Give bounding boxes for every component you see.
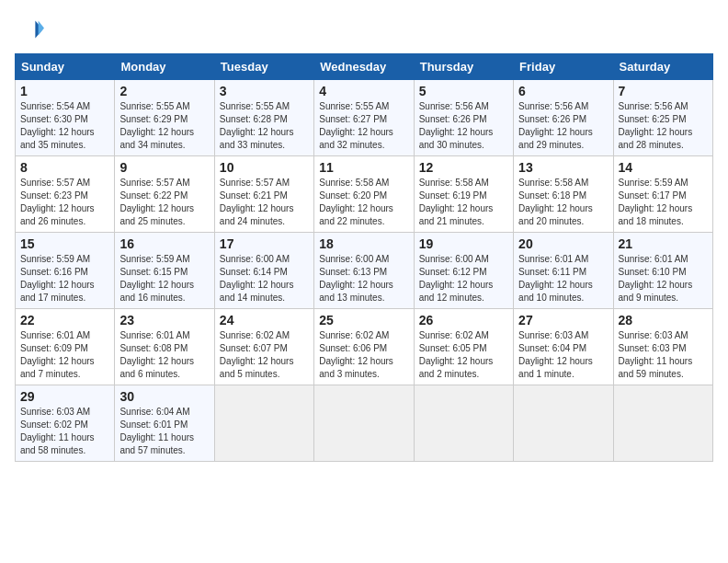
day-info: Sunrise: 5:59 AM Sunset: 6:17 PM Dayligh… xyxy=(619,177,708,228)
day-info: Sunrise: 5:57 AM Sunset: 6:23 PM Dayligh… xyxy=(20,177,109,228)
table-row: 29Sunrise: 6:03 AM Sunset: 6:02 PM Dayli… xyxy=(16,385,115,462)
day-number: 10 xyxy=(220,160,309,175)
day-info: Sunrise: 5:58 AM Sunset: 6:18 PM Dayligh… xyxy=(518,177,608,228)
table-row: 26Sunrise: 6:02 AM Sunset: 6:05 PM Dayli… xyxy=(414,309,513,385)
day-number: 12 xyxy=(419,160,508,175)
day-number: 14 xyxy=(619,160,708,175)
header xyxy=(15,15,713,44)
week-row-0: 1Sunrise: 5:54 AM Sunset: 6:30 PM Daylig… xyxy=(16,80,713,156)
table-row: 6Sunrise: 5:56 AM Sunset: 6:26 PM Daylig… xyxy=(514,80,613,156)
day-number: 16 xyxy=(119,236,209,251)
table-row: 21Sunrise: 6:01 AM Sunset: 6:10 PM Dayli… xyxy=(613,233,712,309)
day-info: Sunrise: 6:01 AM Sunset: 6:08 PM Dayligh… xyxy=(119,329,209,381)
day-info: Sunrise: 6:01 AM Sunset: 6:11 PM Dayligh… xyxy=(518,253,608,304)
day-number: 17 xyxy=(220,236,309,251)
table-row: 14Sunrise: 5:59 AM Sunset: 6:17 PM Dayli… xyxy=(613,156,712,233)
day-number: 2 xyxy=(119,84,209,98)
day-number: 26 xyxy=(419,313,508,327)
table-row: 3Sunrise: 5:55 AM Sunset: 6:28 PM Daylig… xyxy=(214,80,313,156)
table-row: 17Sunrise: 6:00 AM Sunset: 6:14 PM Dayli… xyxy=(214,233,313,309)
logo xyxy=(15,15,48,44)
table-row: 25Sunrise: 6:02 AM Sunset: 6:06 PM Dayli… xyxy=(314,309,414,385)
table-row xyxy=(214,385,313,462)
day-info: Sunrise: 6:03 AM Sunset: 6:03 PM Dayligh… xyxy=(619,329,708,381)
table-row: 11Sunrise: 5:58 AM Sunset: 6:20 PM Dayli… xyxy=(314,156,414,233)
day-number: 7 xyxy=(619,84,708,98)
col-saturday: Saturday xyxy=(613,54,712,80)
table-row: 5Sunrise: 5:56 AM Sunset: 6:26 PM Daylig… xyxy=(414,80,513,156)
day-info: Sunrise: 5:57 AM Sunset: 6:22 PM Dayligh… xyxy=(119,177,209,228)
table-row: 24Sunrise: 6:02 AM Sunset: 6:07 PM Dayli… xyxy=(214,309,313,385)
day-number: 1 xyxy=(20,84,109,98)
day-info: Sunrise: 6:02 AM Sunset: 6:05 PM Dayligh… xyxy=(419,329,508,381)
logo-icon xyxy=(15,15,44,44)
week-row-3: 22Sunrise: 6:01 AM Sunset: 6:09 PM Dayli… xyxy=(16,309,713,385)
table-row: 22Sunrise: 6:01 AM Sunset: 6:09 PM Dayli… xyxy=(16,309,115,385)
day-number: 6 xyxy=(518,84,608,98)
day-info: Sunrise: 5:54 AM Sunset: 6:30 PM Dayligh… xyxy=(20,100,109,152)
day-number: 19 xyxy=(419,236,508,251)
day-number: 5 xyxy=(419,84,508,98)
day-number: 4 xyxy=(319,84,408,98)
day-info: Sunrise: 6:04 AM Sunset: 6:01 PM Dayligh… xyxy=(119,406,209,457)
day-info: Sunrise: 6:03 AM Sunset: 6:04 PM Dayligh… xyxy=(518,329,608,381)
table-row: 7Sunrise: 5:56 AM Sunset: 6:25 PM Daylig… xyxy=(613,80,712,156)
day-number: 9 xyxy=(119,160,209,175)
col-monday: Monday xyxy=(115,54,214,80)
day-info: Sunrise: 6:02 AM Sunset: 6:07 PM Dayligh… xyxy=(220,329,309,381)
day-number: 24 xyxy=(220,313,309,327)
table-row: 19Sunrise: 6:00 AM Sunset: 6:12 PM Dayli… xyxy=(414,233,513,309)
day-info: Sunrise: 6:03 AM Sunset: 6:02 PM Dayligh… xyxy=(20,406,109,457)
day-info: Sunrise: 5:59 AM Sunset: 6:16 PM Dayligh… xyxy=(20,253,109,304)
calendar-table: Sunday Monday Tuesday Wednesday Thursday… xyxy=(15,53,713,462)
day-info: Sunrise: 5:55 AM Sunset: 6:27 PM Dayligh… xyxy=(319,100,408,152)
table-row: 9Sunrise: 5:57 AM Sunset: 6:22 PM Daylig… xyxy=(115,156,214,233)
header-row: Sunday Monday Tuesday Wednesday Thursday… xyxy=(16,54,713,80)
table-row: 15Sunrise: 5:59 AM Sunset: 6:16 PM Dayli… xyxy=(16,233,115,309)
table-row: 2Sunrise: 5:55 AM Sunset: 6:29 PM Daylig… xyxy=(115,80,214,156)
table-row: 1Sunrise: 5:54 AM Sunset: 6:30 PM Daylig… xyxy=(16,80,115,156)
day-info: Sunrise: 6:01 AM Sunset: 6:09 PM Dayligh… xyxy=(20,329,109,381)
day-number: 15 xyxy=(20,236,109,251)
day-info: Sunrise: 6:02 AM Sunset: 6:06 PM Dayligh… xyxy=(319,329,408,381)
day-number: 20 xyxy=(518,236,608,251)
table-row: 23Sunrise: 6:01 AM Sunset: 6:08 PM Dayli… xyxy=(115,309,214,385)
day-info: Sunrise: 5:56 AM Sunset: 6:26 PM Dayligh… xyxy=(419,100,508,152)
table-row: 30Sunrise: 6:04 AM Sunset: 6:01 PM Dayli… xyxy=(115,385,214,462)
table-row xyxy=(314,385,414,462)
table-row xyxy=(514,385,613,462)
col-thursday: Thursday xyxy=(414,54,513,80)
day-number: 8 xyxy=(20,160,109,175)
day-number: 28 xyxy=(619,313,708,327)
svg-marker-1 xyxy=(39,20,44,35)
day-info: Sunrise: 6:00 AM Sunset: 6:13 PM Dayligh… xyxy=(319,253,408,304)
week-row-1: 8Sunrise: 5:57 AM Sunset: 6:23 PM Daylig… xyxy=(16,156,713,233)
table-row: 4Sunrise: 5:55 AM Sunset: 6:27 PM Daylig… xyxy=(314,80,414,156)
table-row xyxy=(414,385,513,462)
table-row: 27Sunrise: 6:03 AM Sunset: 6:04 PM Dayli… xyxy=(514,309,613,385)
week-row-2: 15Sunrise: 5:59 AM Sunset: 6:16 PM Dayli… xyxy=(16,233,713,309)
table-row: 16Sunrise: 5:59 AM Sunset: 6:15 PM Dayli… xyxy=(115,233,214,309)
day-info: Sunrise: 6:00 AM Sunset: 6:14 PM Dayligh… xyxy=(220,253,309,304)
day-number: 27 xyxy=(518,313,608,327)
day-info: Sunrise: 5:57 AM Sunset: 6:21 PM Dayligh… xyxy=(220,177,309,228)
day-info: Sunrise: 5:59 AM Sunset: 6:15 PM Dayligh… xyxy=(119,253,209,304)
table-row: 18Sunrise: 6:00 AM Sunset: 6:13 PM Dayli… xyxy=(314,233,414,309)
day-info: Sunrise: 5:58 AM Sunset: 6:19 PM Dayligh… xyxy=(419,177,508,228)
day-info: Sunrise: 5:55 AM Sunset: 6:29 PM Dayligh… xyxy=(119,100,209,152)
day-number: 29 xyxy=(20,389,109,404)
table-row: 13Sunrise: 5:58 AM Sunset: 6:18 PM Dayli… xyxy=(514,156,613,233)
day-info: Sunrise: 5:56 AM Sunset: 6:26 PM Dayligh… xyxy=(518,100,608,152)
col-friday: Friday xyxy=(514,54,613,80)
col-wednesday: Wednesday xyxy=(314,54,414,80)
table-row: 20Sunrise: 6:01 AM Sunset: 6:11 PM Dayli… xyxy=(514,233,613,309)
day-info: Sunrise: 6:00 AM Sunset: 6:12 PM Dayligh… xyxy=(419,253,508,304)
day-number: 22 xyxy=(20,313,109,327)
day-info: Sunrise: 5:56 AM Sunset: 6:25 PM Dayligh… xyxy=(619,100,708,152)
table-row: 10Sunrise: 5:57 AM Sunset: 6:21 PM Dayli… xyxy=(214,156,313,233)
day-number: 25 xyxy=(319,313,408,327)
day-number: 18 xyxy=(319,236,408,251)
day-number: 30 xyxy=(119,389,209,404)
table-row: 8Sunrise: 5:57 AM Sunset: 6:23 PM Daylig… xyxy=(16,156,115,233)
week-row-4: 29Sunrise: 6:03 AM Sunset: 6:02 PM Dayli… xyxy=(16,385,713,462)
